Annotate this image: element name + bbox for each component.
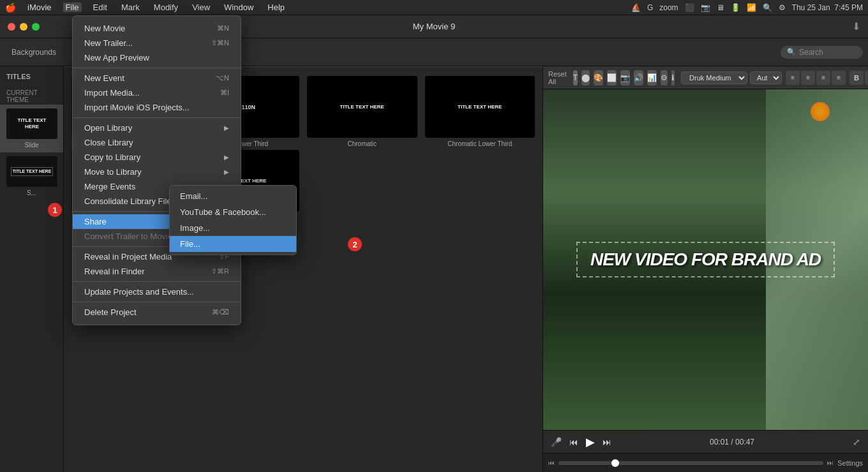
timeline-bar[interactable]: [558, 461, 823, 465]
timeline-scrubber: ⏮ ⏭ Settings: [543, 453, 868, 472]
rewind-button[interactable]: ⏮: [569, 437, 578, 447]
system-zoom[interactable]: zoom: [659, 3, 678, 12]
menu-section-1: New Movie ⌘N New Trailer... ⇧⌘N New App …: [73, 18, 241, 68]
system-icon-5[interactable]: 🖥: [717, 3, 724, 12]
crop-button[interactable]: ⬜: [607, 70, 617, 85]
submenu-youtube-label: YouTube & Facebook...: [180, 207, 266, 217]
system-wifi[interactable]: 📶: [747, 3, 756, 12]
play-button[interactable]: ▶: [586, 435, 595, 449]
content-item-4[interactable]: Title Text Here Chromatic Lower Third: [425, 76, 535, 147]
badge-1: 1: [48, 203, 62, 217]
microphone-icon[interactable]: 🎤: [551, 437, 562, 447]
speed-button[interactable]: 📊: [647, 70, 657, 85]
menu-import-media[interactable]: Import Media... ⌘I: [73, 85, 241, 100]
info-button[interactable]: ℹ: [671, 70, 675, 85]
download-icon[interactable]: ⬇: [852, 20, 860, 33]
submenu-image-label: Image...: [180, 223, 210, 233]
reveal-finder-shortcut: ⇧⌘R: [211, 267, 229, 276]
submenu-image[interactable]: Image...: [170, 220, 296, 236]
content-label-3: Chromatic: [307, 140, 417, 147]
sidebar-item-slide[interactable]: TITLE TEXTHERE Slide: [0, 105, 63, 152]
menu-new-trailer-label: New Trailer...: [84, 38, 133, 48]
system-icon-3[interactable]: ⬛: [685, 3, 694, 12]
apple-logo[interactable]: 🍎: [5, 3, 16, 13]
system-control[interactable]: ⚙: [779, 3, 786, 12]
font-dropdown[interactable]: Druk Medium: [681, 71, 747, 84]
align-right[interactable]: ≡: [816, 71, 830, 85]
toolbar-right: 🔍: [781, 46, 863, 59]
text-style-button[interactable]: T: [573, 70, 578, 85]
delete-project-shortcut: ⌘⌫: [212, 308, 229, 316]
menu-copy-to-library[interactable]: Copy to Library ▶: [73, 150, 241, 165]
submenu-file-label: File...: [180, 239, 200, 249]
video-style-button[interactable]: ⬤: [581, 70, 590, 85]
menu-close-library[interactable]: Close Library: [73, 135, 241, 150]
bold-button[interactable]: B: [849, 71, 864, 85]
menu-delete-project-label: Delete Project: [84, 307, 137, 317]
timeline-thumb[interactable]: [611, 459, 619, 467]
menu-close-library-label: Close Library: [84, 138, 133, 147]
forward-button[interactable]: ⏭: [602, 437, 611, 447]
system-datetime: Thu 25 Jan 7:45 PM: [792, 3, 863, 12]
open-library-arrow: ▶: [224, 124, 229, 131]
menu-update-projects[interactable]: Update Projects and Events...: [73, 284, 241, 299]
menu-help[interactable]: Help: [265, 3, 287, 12]
align-justify[interactable]: ≡: [832, 71, 846, 85]
menu-new-event[interactable]: New Event ⌥N: [73, 71, 241, 85]
menu-new-app-preview[interactable]: New App Preview: [73, 50, 241, 65]
menu-move-to-library[interactable]: Move to Library ▶: [73, 165, 241, 179]
sidebar-title: Titles: [0, 73, 63, 84]
menu-reveal-project-label: Reveal in Project Media: [84, 252, 172, 262]
search-input[interactable]: [799, 48, 857, 57]
timecode: 00:01 / 00:47: [710, 438, 754, 446]
menu-new-trailer[interactable]: New Trailer... ⇧⌘N: [73, 36, 241, 50]
menu-open-library[interactable]: Open Library ▶: [73, 121, 241, 135]
fullscreen-button[interactable]: ⤢: [853, 437, 860, 447]
submenu-file[interactable]: File...: [170, 236, 296, 252]
system-icon-4[interactable]: 📷: [701, 3, 710, 12]
settings-button[interactable]: Settings: [837, 459, 863, 467]
menu-import-ios[interactable]: Import iMovie iOS Projects...: [73, 100, 241, 115]
align-buttons: ≡ ≡ ≡ ≡: [786, 71, 846, 85]
tab-backgrounds[interactable]: Backgrounds: [5, 45, 63, 59]
move-library-arrow: ▶: [224, 168, 229, 175]
menu-modify[interactable]: Modify: [151, 3, 181, 12]
minimize-button[interactable]: [20, 23, 27, 31]
share-submenu: Email... YouTube & Facebook... Image... …: [169, 185, 297, 255]
menu-file[interactable]: File: [63, 3, 82, 12]
submenu-email[interactable]: Email...: [170, 188, 296, 204]
content-item-3[interactable]: Title Text Here Chromatic: [307, 76, 417, 147]
denoise-button[interactable]: ⚙: [661, 70, 668, 85]
menu-mark[interactable]: Mark: [119, 3, 142, 12]
video-text-overlay: NEW VIDEO FOR BRAND AD: [576, 242, 835, 277]
menu-copy-to-library-label: Copy to Library: [84, 152, 140, 162]
align-center[interactable]: ≡: [801, 71, 815, 85]
system-icon-2[interactable]: G: [647, 3, 653, 12]
submenu-youtube[interactable]: YouTube & Facebook...: [170, 204, 296, 220]
close-button[interactable]: [8, 23, 15, 31]
reset-all-button[interactable]: Reset All: [548, 70, 567, 85]
align-left[interactable]: ≡: [786, 71, 800, 85]
new-trailer-shortcut: ⇧⌘N: [211, 39, 229, 47]
size-dropdown[interactable]: Auto: [750, 71, 782, 84]
sidebar-item-2[interactable]: TITLE TEXT HERE S...: [0, 152, 63, 200]
video-preview: NEW VIDEO FOR BRAND AD: [543, 89, 868, 430]
stabilize-button[interactable]: 📷: [620, 70, 630, 85]
audio-button[interactable]: 🔊: [634, 70, 643, 85]
maximize-button[interactable]: [32, 23, 40, 31]
color-button[interactable]: 🎨: [594, 70, 603, 85]
system-search[interactable]: 🔍: [763, 3, 772, 12]
window-controls: [8, 23, 40, 31]
system-icon-1[interactable]: ⛵: [631, 3, 641, 12]
menu-reveal-finder[interactable]: Reveal in Finder ⇧⌘R: [73, 264, 241, 279]
menu-delete-project[interactable]: Delete Project ⌘⌫: [73, 305, 241, 320]
menu-new-movie[interactable]: New Movie ⌘N: [73, 21, 241, 36]
menu-imovie[interactable]: iMovie: [25, 3, 54, 12]
italic-button[interactable]: I: [865, 71, 868, 85]
menu-view[interactable]: View: [190, 3, 213, 12]
menu-edit[interactable]: Edit: [91, 3, 110, 12]
menu-consolidate-label: Consolidate Library Files...: [84, 196, 183, 206]
menu-window[interactable]: Window: [221, 3, 256, 12]
menu-import-media-label: Import Media...: [84, 88, 140, 98]
system-battery[interactable]: 🔋: [731, 3, 740, 12]
